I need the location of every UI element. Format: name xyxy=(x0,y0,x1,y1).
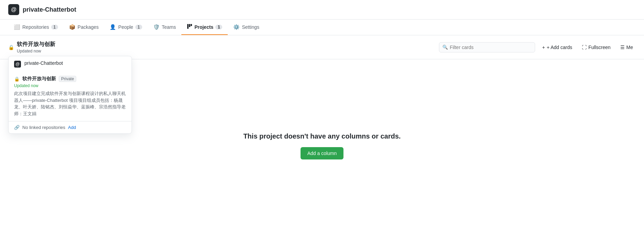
projects-icon xyxy=(187,24,192,30)
package-icon: 📦 xyxy=(69,24,76,30)
tab-teams[interactable]: 🛡️ Teams xyxy=(148,20,181,35)
link-icon: 🔗 xyxy=(14,125,20,130)
add-column-button[interactable]: Add a column xyxy=(301,147,344,159)
tab-packages[interactable]: 📦 Packages xyxy=(64,20,104,35)
tab-repositories-label: Repositories xyxy=(22,24,49,30)
search-icon: 🔍 xyxy=(442,45,448,50)
empty-state-title: This project doesn't have any columns or… xyxy=(243,132,400,140)
tab-projects[interactable]: Projects 1 xyxy=(181,20,228,35)
filter-input-wrap: 🔍 xyxy=(439,42,535,52)
dropdown-private-badge: Private xyxy=(59,76,76,82)
no-linked-repos-text: No linked repositories xyxy=(22,125,65,130)
menu-icon: ☰ xyxy=(620,45,625,50)
top-bar: @ private-Chatterbot xyxy=(0,0,644,20)
main-area: 🔒 软件开放与创新 Updated now 🔍 + + Add cards ⛶ … xyxy=(0,35,644,232)
project-toolbar: 🔍 + + Add cards ⛶ Fullscreen ☰ Me xyxy=(439,42,636,52)
svg-rect-2 xyxy=(191,24,192,26)
tab-people-badge: 1 xyxy=(135,25,142,29)
filter-cards-input[interactable] xyxy=(439,42,535,52)
svg-rect-0 xyxy=(187,24,189,29)
add-cards-label: + Add cards xyxy=(547,45,572,50)
project-title: 软件开放与创新 xyxy=(17,41,55,48)
dropdown-org-item[interactable]: @ private-Chatterbot xyxy=(9,56,132,72)
tab-people[interactable]: 👤 People 1 xyxy=(104,20,148,35)
dropdown-project-item[interactable]: 🔒 软件开放与创新 Private Updated now 此次项目建立完成软件… xyxy=(9,72,132,121)
menu-button[interactable]: ☰ Me xyxy=(618,43,636,52)
project-title-area[interactable]: 🔒 软件开放与创新 Updated now xyxy=(8,41,55,53)
dropdown-proj-updated: Updated now xyxy=(14,83,126,88)
project-header: 🔒 软件开放与创新 Updated now 🔍 + + Add cards ⛶ … xyxy=(0,35,644,59)
tab-projects-badge: 1 xyxy=(215,25,222,29)
tab-teams-label: Teams xyxy=(162,24,176,30)
add-cards-button[interactable]: + + Add cards xyxy=(539,43,575,52)
tab-repositories-badge: 1 xyxy=(51,25,58,29)
people-icon: 👤 xyxy=(110,24,116,30)
dropdown-lock-icon: 🔒 xyxy=(14,76,20,82)
add-icon: + xyxy=(542,45,545,50)
svg-rect-1 xyxy=(189,24,190,27)
fullscreen-button[interactable]: ⛶ Fullscreen xyxy=(579,43,613,52)
tab-projects-label: Projects xyxy=(194,24,213,30)
tab-repositories[interactable]: ⬜ Repositories 1 xyxy=(8,20,64,35)
menu-label: Me xyxy=(626,45,633,50)
dropdown-footer: 🔗 No linked repositories Add xyxy=(9,121,132,133)
dropdown-proj-desc: 此次项目建立完成软件开发与创新课程设计的私人聊天机器人——private-Cha… xyxy=(14,90,126,117)
dropdown-org-name: private-Chatterbot xyxy=(24,60,63,66)
settings-icon: ⚙️ xyxy=(233,24,240,30)
empty-state: This project doesn't have any columns or… xyxy=(243,132,400,159)
org-name: private-Chatterbot xyxy=(23,6,76,13)
add-linked-repo-link[interactable]: Add xyxy=(68,125,76,130)
teams-icon: 🛡️ xyxy=(153,24,160,30)
tab-people-label: People xyxy=(118,24,133,30)
repo-icon: ⬜ xyxy=(14,24,20,30)
tab-packages-label: Packages xyxy=(78,24,99,30)
dropdown-proj-name: 软件开放与创新 xyxy=(22,76,56,82)
dropdown-org-avatar-icon: @ xyxy=(14,61,21,68)
nav-tabs: ⬜ Repositories 1 📦 Packages 👤 People 1 🛡… xyxy=(0,20,644,35)
lock-icon: 🔒 xyxy=(8,45,14,50)
fullscreen-icon: ⛶ xyxy=(582,45,587,50)
tab-settings-label: Settings xyxy=(242,24,259,30)
org-avatar: @ xyxy=(8,4,19,15)
project-updated: Updated now xyxy=(17,49,55,53)
fullscreen-label: Fullscreen xyxy=(588,45,611,50)
project-dropdown: @ private-Chatterbot 🔒 软件开放与创新 Private U… xyxy=(8,56,132,134)
tab-settings[interactable]: ⚙️ Settings xyxy=(228,20,265,35)
